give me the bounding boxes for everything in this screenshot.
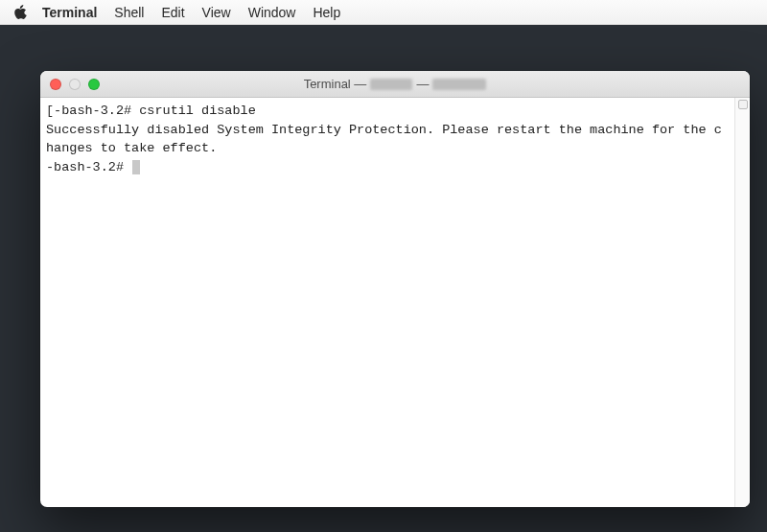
shell-prompt: -bash-3.2# <box>54 104 131 118</box>
close-icon[interactable] <box>50 79 61 90</box>
window-title-prefix: Terminal — <box>304 77 367 91</box>
window-title-redacted <box>370 79 412 90</box>
cursor-icon <box>132 160 140 174</box>
shell-output-line: Successfully disabled System Integrity P… <box>46 123 722 156</box>
minimize-icon[interactable] <box>69 79 81 90</box>
menu-help[interactable]: Help <box>313 5 340 20</box>
window-titlebar[interactable]: Terminal — — <box>40 71 750 98</box>
scrollbar[interactable] <box>734 98 750 507</box>
menu-view[interactable]: View <box>202 5 231 20</box>
window-title-redacted <box>432 79 486 90</box>
terminal-body: [-bash-3.2# csrutil disable Successfully… <box>40 98 750 507</box>
window-title-dash: — <box>416 77 429 91</box>
traffic-lights <box>50 79 100 90</box>
menu-shell[interactable]: Shell <box>114 5 144 20</box>
menu-window[interactable]: Window <box>248 5 296 20</box>
shell-command: csrutil disable <box>139 104 256 118</box>
menubar-app-name[interactable]: Terminal <box>42 5 97 20</box>
macos-menubar: Terminal Shell Edit View Window Help <box>0 0 767 25</box>
prompt-bracket: [ <box>46 104 54 118</box>
apple-logo-icon[interactable] <box>13 5 29 20</box>
terminal-output[interactable]: [-bash-3.2# csrutil disable Successfully… <box>40 98 734 507</box>
shell-prompt: -bash-3.2# <box>46 160 124 174</box>
desktop-background: Terminal — — [-bash-3.2# csrutil disable… <box>0 25 767 532</box>
menu-edit[interactable]: Edit <box>161 5 184 20</box>
window-title: Terminal — — <box>40 77 750 91</box>
terminal-window: Terminal — — [-bash-3.2# csrutil disable… <box>40 71 750 507</box>
scrollbar-thumb[interactable] <box>738 100 748 109</box>
zoom-icon[interactable] <box>88 79 100 90</box>
